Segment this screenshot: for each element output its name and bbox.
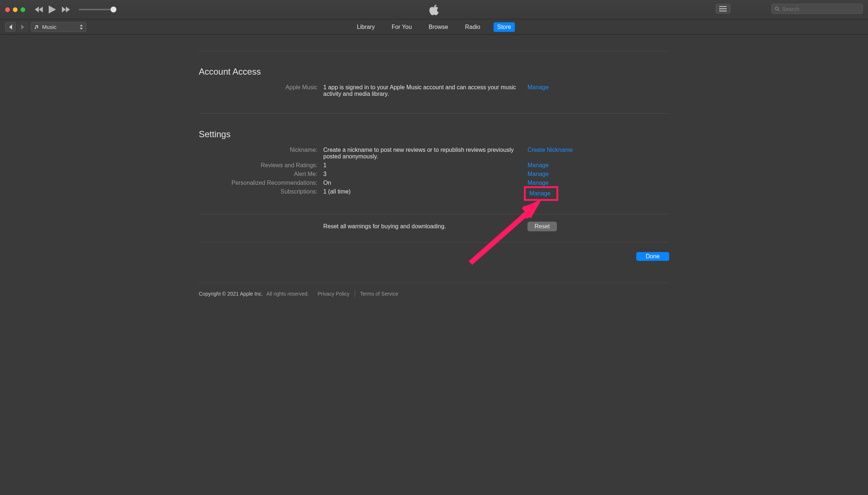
back-button[interactable] [5,22,16,32]
tab-library[interactable]: Library [353,22,379,32]
create-nickname-link[interactable]: Create Nickname [528,147,573,153]
svg-point-3 [719,6,720,7]
store-tabs: Library For You Browse Radio Store [353,22,515,32]
footer-rights: All rights reserved. [267,291,309,297]
previous-track-button[interactable] [35,7,43,12]
svg-marker-8 [522,199,542,218]
minimize-window-button[interactable] [13,7,18,12]
annotation-highlight-box: Manage [524,186,558,201]
footer: Copyright © 2021 Apple Inc. All rights r… [199,290,669,297]
subscriptions-value: 1 (all time) [323,188,521,195]
personalized-recommendations-manage-link[interactable]: Manage [528,180,549,186]
reset-button[interactable]: Reset [528,222,557,231]
search-input[interactable] [782,6,860,12]
media-type-selector[interactable]: Music [31,22,86,32]
nickname-label: Nickname: [199,147,323,153]
alert-me-label: Alert Me: [199,171,323,177]
reset-warnings-description: Reset all warnings for buying and downlo… [323,223,521,230]
title-bar [0,0,868,19]
personalized-recommendations-label: Personalized Recommendations: [199,180,323,186]
alert-me-manage-link[interactable]: Manage [528,171,549,177]
updown-chevron-icon [79,25,83,30]
apple-music-label: Apple Music [199,84,323,91]
nav-bar: Music Library For You Browse Radio Store [0,19,868,35]
nickname-description: Create a nickname to post new reviews or… [323,147,521,160]
media-type-label: Music [42,24,77,30]
footer-copyright: Copyright © 2021 Apple Inc. [199,291,263,297]
svg-point-4 [719,8,720,9]
volume-slider[interactable] [79,9,113,10]
account-access-heading: Account Access [199,67,669,77]
tab-radio[interactable]: Radio [461,22,484,32]
apple-music-manage-link[interactable]: Manage [528,84,549,90]
fullscreen-window-button[interactable] [21,7,25,12]
apple-logo-icon [429,4,440,16]
playback-controls [35,5,113,14]
privacy-policy-link[interactable]: Privacy Policy [317,291,349,297]
settings-heading: Settings [199,129,669,139]
alert-me-value: 3 [323,171,521,177]
search-field[interactable] [771,4,863,14]
done-button[interactable]: Done [636,252,669,261]
tab-store[interactable]: Store [493,22,515,32]
svg-point-5 [719,11,720,11]
reviews-label: Reviews and Ratings: [199,162,323,169]
svg-point-6 [775,7,778,10]
terms-of-service-link[interactable]: Terms of Service [360,291,398,297]
close-window-button[interactable] [5,7,10,12]
window-traffic-lights [5,7,25,12]
svg-line-7 [778,10,779,11]
tab-browse[interactable]: Browse [425,22,452,32]
forward-button[interactable] [17,22,28,32]
reviews-manage-link[interactable]: Manage [528,162,549,168]
tab-for-you[interactable]: For You [388,22,416,32]
personalized-recommendations-value: On [323,180,521,186]
search-icon [775,6,780,11]
subscriptions-manage-link[interactable]: Manage [529,190,551,196]
subscriptions-label: Subscriptions: [199,188,323,195]
music-note-icon [34,25,39,30]
apple-music-description: 1 app is signed in to your Apple Music a… [323,84,521,97]
play-button[interactable] [49,5,56,14]
next-track-button[interactable] [62,7,70,12]
reviews-value: 1 [323,162,521,169]
up-next-list-button[interactable] [716,4,730,14]
